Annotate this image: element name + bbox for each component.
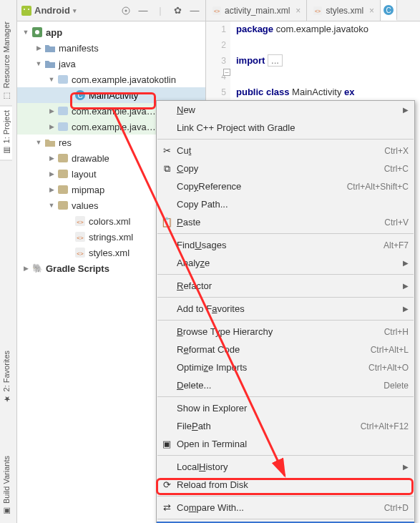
- fold-icon[interactable]: –: [223, 69, 230, 76]
- svg-text:<>: <>: [77, 219, 84, 225]
- tab-build-variants[interactable]: ▣Build Variants: [0, 451, 12, 520]
- menu-copy[interactable]: ⧉CopyCtrl+C: [157, 160, 414, 177]
- menu-add-favorites[interactable]: Add to Favorites▶: [157, 300, 414, 318]
- menu-separator: [157, 320, 414, 321]
- svg-point-6: [35, 30, 39, 34]
- expand-icon[interactable]: ▶: [47, 122, 56, 131]
- tree-node-manifests[interactable]: ▶ manifests: [17, 40, 205, 56]
- menu-separator: [157, 519, 414, 519]
- context-menu: NNewew▶ Link C++ Project with Gradle ✂Cu…: [156, 100, 415, 523]
- tree-toolbar: Android ▾ — | ✿ —: [17, 0, 205, 21]
- folder-icon: [44, 42, 56, 54]
- svg-rect-11: [58, 122, 68, 131]
- menu-refactor[interactable]: Refactor▶: [157, 277, 414, 295]
- svg-text:C: C: [386, 6, 391, 14]
- tab-styles[interactable]: <> styles.xml ×: [307, 0, 381, 21]
- menu-copy-reference[interactable]: Copy ReferenceCtrl+Alt+Shift+C: [157, 177, 414, 195]
- svg-rect-10: [58, 107, 68, 115]
- hide-icon[interactable]: —: [188, 4, 201, 17]
- menu-new[interactable]: NNewew▶: [157, 101, 414, 119]
- folder-icon: [44, 58, 56, 69]
- menu-browse-hierarchy[interactable]: Browse Type HierarchyCtrl+H: [157, 323, 414, 341]
- target-icon[interactable]: [119, 4, 132, 17]
- menu-compare-with[interactable]: ⇄Compare With...Ctrl+D: [157, 499, 414, 517]
- terminal-icon: ▣: [161, 439, 172, 450]
- editor-gutter: 12345: [206, 21, 230, 107]
- expand-icon[interactable]: ▶: [34, 44, 43, 52]
- editor-content[interactable]: package com.example.javatoko import ... …: [230, 21, 420, 107]
- expand-icon[interactable]: ▶: [47, 107, 56, 115]
- horizontal-split-icon[interactable]: —: [137, 4, 150, 17]
- expand-icon[interactable]: ▶: [47, 170, 56, 178]
- gradle-icon: 🐘: [31, 263, 43, 274]
- tree-node-package[interactable]: ▼ com.example.javatokotlin: [17, 72, 205, 87]
- close-icon[interactable]: ×: [296, 6, 301, 16]
- tab-activity-main[interactable]: <> activity_main.xml ×: [206, 0, 307, 21]
- svg-text:<>: <>: [315, 9, 321, 14]
- menu-separator: [157, 139, 414, 140]
- side-tab-strip: ⬚Resource Manager ▤1: Project ★2: Favori…: [0, 0, 17, 523]
- folder-icon: [57, 152, 69, 164]
- svg-rect-13: [58, 170, 68, 178]
- tab-resource-manager[interactable]: ⬚Resource Manager: [0, 17, 12, 105]
- package-icon: [57, 121, 69, 132]
- menu-separator: [157, 274, 414, 275]
- tree-node-java[interactable]: ▼ java: [17, 56, 205, 72]
- tree-view-selector[interactable]: Android ▾: [21, 5, 77, 16]
- folder-icon: [57, 184, 69, 195]
- xml-icon: <>: [74, 231, 86, 243]
- tree-node-app[interactable]: ▼ app: [17, 24, 205, 40]
- menu-reformat[interactable]: Reformat CodeCtrl+Alt+L: [157, 341, 414, 358]
- xml-icon: <>: [74, 247, 86, 258]
- menu-optimize-imports[interactable]: Optimize ImportsCtrl+Alt+O: [157, 358, 414, 376]
- menu-separator: [157, 496, 414, 497]
- expand-icon[interactable]: ▼: [34, 59, 43, 68]
- package-icon: [57, 105, 69, 117]
- menu-cut[interactable]: ✂CutCtrl+X: [157, 142, 414, 160]
- submenu-icon: ▶: [403, 305, 409, 313]
- folder-icon: [57, 168, 69, 180]
- expand-icon[interactable]: ▼: [47, 75, 56, 84]
- expand-icon[interactable]: ▶: [21, 264, 30, 273]
- menu-link-cpp[interactable]: Link C++ Project with Gradle: [157, 119, 414, 137]
- svg-text:<>: <>: [214, 9, 220, 14]
- folder-icon: [44, 137, 56, 148]
- close-icon[interactable]: ×: [369, 6, 374, 16]
- expand-icon[interactable]: ▼: [34, 138, 43, 147]
- svg-rect-14: [58, 185, 68, 194]
- submenu-icon: ▶: [403, 106, 409, 114]
- menu-delete[interactable]: Delete...Delete: [157, 376, 414, 394]
- menu-file-path[interactable]: File PathCtrl+Alt+F12: [157, 417, 414, 435]
- expand-icon[interactable]: ▼: [47, 201, 56, 210]
- expand-icon[interactable]: ▶: [47, 185, 56, 194]
- tab-project[interactable]: ▤1: Project: [0, 105, 12, 160]
- submenu-icon: ▶: [403, 463, 409, 471]
- gear-icon[interactable]: ✿: [171, 4, 184, 17]
- menu-separator: [157, 455, 414, 456]
- xml-icon: <>: [313, 6, 323, 16]
- menu-separator: [157, 297, 414, 298]
- menu-analyze[interactable]: Analyze▶: [157, 254, 414, 272]
- separator: |: [154, 4, 167, 17]
- svg-text:<>: <>: [77, 235, 84, 241]
- package-icon: [57, 74, 69, 85]
- tab-favorites[interactable]: ★2: Favorites: [0, 346, 12, 408]
- android-icon: [21, 6, 31, 16]
- menu-open-terminal[interactable]: ▣Open in Terminal: [157, 435, 414, 453]
- svg-point-1: [24, 9, 25, 10]
- menu-find-usages[interactable]: Find UsagesAlt+F7: [157, 236, 414, 254]
- svg-point-2: [28, 9, 29, 10]
- svg-text:<>: <>: [77, 250, 84, 257]
- annotation-box: [70, 92, 156, 109]
- menu-local-history[interactable]: Local History▶: [157, 458, 414, 476]
- menu-paste[interactable]: 📋PasteCtrl+V: [157, 213, 414, 231]
- paste-icon: 📋: [161, 217, 172, 228]
- svg-rect-0: [21, 6, 31, 16]
- tab-class-active[interactable]: C: [381, 0, 397, 21]
- expand-icon[interactable]: ▼: [21, 28, 30, 36]
- copy-icon: ⧉: [161, 163, 172, 175]
- menu-show-explorer[interactable]: Show in Explorer: [157, 399, 414, 417]
- svg-rect-7: [58, 75, 68, 84]
- menu-copy-path[interactable]: Copy Path...: [157, 195, 414, 213]
- expand-icon[interactable]: ▶: [47, 154, 56, 162]
